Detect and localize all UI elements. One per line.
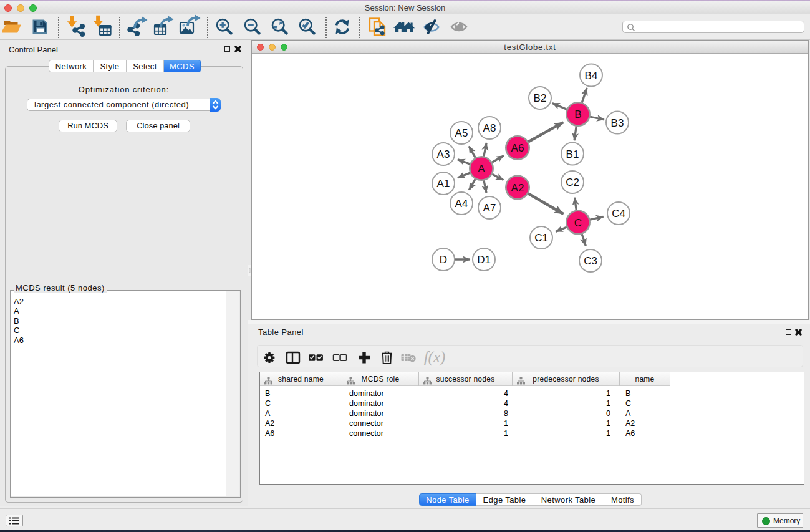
svg-text:B2: B2 [534,92,547,104]
svg-text:A6: A6 [511,142,524,154]
svg-text:A5: A5 [455,127,468,139]
svg-text:C2: C2 [566,177,579,188]
svg-text:C1: C1 [534,232,548,244]
svg-text:f(x): f(x) [424,349,446,366]
svg-text:D: D [440,254,447,266]
svg-text:A1: A1 [437,178,450,190]
svg-text:A4: A4 [455,198,468,210]
svg-text:A7: A7 [483,202,496,214]
svg-text:B1: B1 [566,148,579,160]
svg-text:B: B [574,109,581,120]
svg-text:A8: A8 [483,122,496,134]
svg-text:C4: C4 [612,208,625,220]
svg-text:A3: A3 [437,148,450,160]
svg-text:A: A [478,163,485,175]
svg-text:A2: A2 [511,182,524,194]
svg-text:C3: C3 [584,255,597,267]
svg-text:C: C [574,217,582,229]
svg-text:B4: B4 [585,70,598,82]
svg-text:B3: B3 [611,117,624,129]
svg-text:D1: D1 [477,254,491,266]
